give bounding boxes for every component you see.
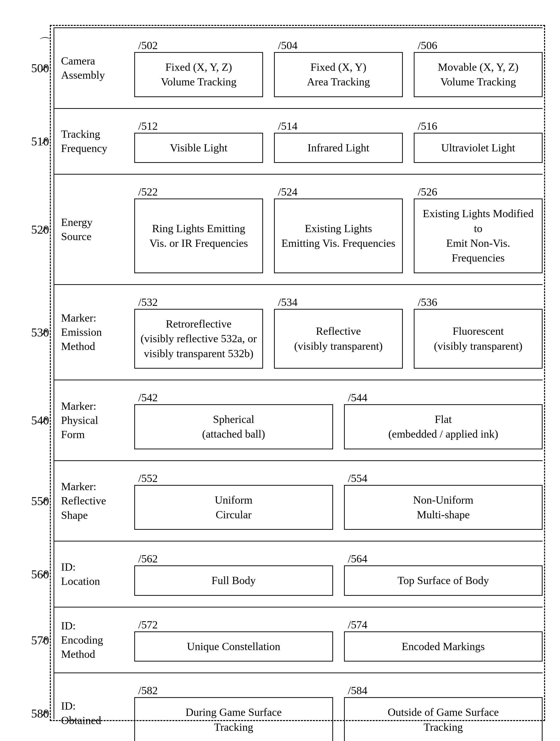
box-wrapper-522: /522Ring Lights Emitting Vis. or IR Freq… — [134, 186, 263, 273]
box-534: Reflective (visibly transparent) — [274, 309, 403, 368]
box-wrapper-572: /572Unique Constellation — [134, 618, 333, 662]
row-label-550: Marker: Reflective Shape — [54, 479, 123, 522]
row-label-500: Camera Assembly — [54, 54, 123, 82]
rows-container: 500↗Camera Assembly/502Fixed (X, Y, Z) V… — [54, 27, 543, 741]
box-ref-572: /572 — [138, 618, 158, 631]
box-ref-574: /574 — [348, 618, 367, 631]
box-ref-512: /512 — [138, 120, 158, 133]
box-582: During Game Surface Tracking — [134, 697, 333, 741]
box-wrapper-562: /562Full Body — [134, 552, 333, 596]
box-wrapper-526: /526Existing Lights Modified to Emit Non… — [414, 186, 543, 273]
box-wrapper-504: /504Fixed (X, Y) Area Tracking — [274, 39, 403, 97]
row-510: 510↗Tracking Frequency/512Visible Light/… — [54, 108, 543, 174]
box-wrapper-532: /532Retroreflective (visibly reflective … — [134, 296, 263, 368]
box-wrapper-536: /536Fluorescent (visibly transparent) — [414, 296, 543, 368]
row-squig-580: ↗ — [41, 708, 48, 719]
box-522: Ring Lights Emitting Vis. or IR Frequenc… — [134, 199, 263, 273]
box-ref-562: /562 — [138, 552, 158, 565]
box-wrapper-516: /516Ultraviolet Light — [414, 120, 543, 163]
box-ref-524: /524 — [278, 186, 298, 198]
row-squig-500: ↗ — [41, 63, 48, 73]
box-wrapper-582: /582During Game Surface Tracking — [134, 684, 333, 741]
box-514: Infrared Light — [274, 133, 403, 163]
box-524: Existing Lights Emitting Vis. Frequencie… — [274, 199, 403, 273]
row-squig-570: ↗ — [41, 635, 48, 645]
row-boxes-570: /572Unique Constellation/574Encoded Mark… — [123, 618, 543, 662]
box-wrapper-574: /574Encoded Markings — [344, 618, 543, 662]
box-ref-544: /544 — [348, 391, 367, 404]
box-wrapper-506: /506Movable (X, Y, Z) Volume Tracking — [414, 39, 543, 97]
row-squig-560: ↗ — [41, 569, 48, 579]
row-label-510: Tracking Frequency — [54, 127, 123, 155]
ref-1000-arrow: ⌒ — [37, 35, 49, 51]
box-ref-552: /552 — [138, 472, 158, 485]
box-ref-526: /526 — [418, 186, 437, 198]
row-boxes-520: /522Ring Lights Emitting Vis. or IR Freq… — [123, 186, 543, 273]
row-boxes-500: /502Fixed (X, Y, Z) Volume Tracking/504F… — [123, 39, 543, 97]
box-ref-506: /506 — [418, 39, 437, 52]
diagram-container: 500↗Camera Assembly/502Fixed (X, Y, Z) V… — [54, 27, 543, 719]
row-570: 570↗ID: Encoding Method/572Unique Conste… — [54, 607, 543, 673]
box-502: Fixed (X, Y, Z) Volume Tracking — [134, 52, 263, 97]
box-564: Top Surface of Body — [344, 565, 543, 596]
row-squig-530: ↗ — [41, 327, 48, 337]
box-wrapper-554: /554Non-Uniform Multi-shape — [344, 472, 543, 530]
box-wrapper-544: /544Flat (embedded / applied ink) — [344, 391, 543, 449]
box-ref-522: /522 — [138, 186, 158, 198]
box-ref-514: /514 — [278, 120, 298, 133]
box-ref-532: /532 — [138, 296, 158, 309]
row-boxes-560: /562Full Body/564Top Surface of Body — [123, 552, 543, 596]
row-label-560: ID: Location — [54, 560, 123, 588]
box-574: Encoded Markings — [344, 631, 543, 662]
row-label-570: ID: Encoding Method — [54, 619, 123, 662]
row-boxes-580: /582During Game Surface Tracking/584Outs… — [123, 684, 543, 741]
box-wrapper-542: /542Spherical (attached ball) — [134, 391, 333, 449]
box-536: Fluorescent (visibly transparent) — [414, 309, 543, 368]
row-boxes-540: /542Spherical (attached ball)/544Flat (e… — [123, 391, 543, 449]
row-squig-550: ↗ — [41, 496, 48, 506]
box-544: Flat (embedded / applied ink) — [344, 404, 543, 449]
row-label-540: Marker: Physical Form — [54, 399, 123, 442]
box-516: Ultraviolet Light — [414, 133, 543, 163]
box-ref-582: /582 — [138, 684, 158, 697]
box-ref-516: /516 — [418, 120, 437, 133]
row-label-530: Marker: Emission Method — [54, 311, 123, 354]
row-boxes-530: /532Retroreflective (visibly reflective … — [123, 296, 543, 368]
box-504: Fixed (X, Y) Area Tracking — [274, 52, 403, 97]
box-572: Unique Constellation — [134, 631, 333, 662]
box-ref-584: /584 — [348, 684, 367, 697]
row-squig-540: ↗ — [41, 415, 48, 425]
box-506: Movable (X, Y, Z) Volume Tracking — [414, 52, 543, 97]
row-boxes-550: /552Uniform Circular/554Non-Uniform Mult… — [123, 472, 543, 530]
box-584: Outside of Game Surface Tracking — [344, 697, 543, 741]
row-580: 580↗ID: Obtained/582During Game Surface … — [54, 673, 543, 741]
box-wrapper-514: /514Infrared Light — [274, 120, 403, 163]
row-label-520: Energy Source — [54, 215, 123, 244]
box-526: Existing Lights Modified to Emit Non-Vis… — [414, 199, 543, 273]
box-ref-564: /564 — [348, 552, 367, 565]
row-500: 500↗Camera Assembly/502Fixed (X, Y, Z) V… — [54, 27, 543, 108]
row-boxes-510: /512Visible Light/514Infrared Light/516U… — [123, 120, 543, 163]
row-squig-510: ↗ — [41, 136, 48, 146]
box-532: Retroreflective (visibly reflective 532a… — [134, 309, 263, 368]
box-wrapper-512: /512Visible Light — [134, 120, 263, 163]
row-550: 550↗Marker: Reflective Shape/552Uniform … — [54, 460, 543, 541]
box-554: Non-Uniform Multi-shape — [344, 485, 543, 530]
row-530: 530↗Marker: Emission Method/532Retrorefl… — [54, 284, 543, 380]
row-540: 540↗Marker: Physical Form/542Spherical (… — [54, 380, 543, 460]
row-560: 560↗ID: Location/562Full Body/564Top Sur… — [54, 541, 543, 606]
box-wrapper-502: /502Fixed (X, Y, Z) Volume Tracking — [134, 39, 263, 97]
box-ref-536: /536 — [418, 296, 437, 309]
box-wrapper-564: /564Top Surface of Body — [344, 552, 543, 596]
row-squig-520: ↗ — [41, 224, 48, 234]
box-wrapper-524: /524Existing Lights Emitting Vis. Freque… — [274, 186, 403, 273]
box-wrapper-552: /552Uniform Circular — [134, 472, 333, 530]
row-label-580: ID: Obtained — [54, 699, 123, 727]
box-512: Visible Light — [134, 133, 263, 163]
box-ref-542: /542 — [138, 391, 158, 404]
box-542: Spherical (attached ball) — [134, 404, 333, 449]
box-ref-502: /502 — [138, 39, 158, 52]
box-wrapper-534: /534Reflective (visibly transparent) — [274, 296, 403, 368]
box-ref-504: /504 — [278, 39, 298, 52]
page: ⌒ 500↗Camera Assembly/502Fixed (X, Y, Z)… — [0, 0, 560, 741]
